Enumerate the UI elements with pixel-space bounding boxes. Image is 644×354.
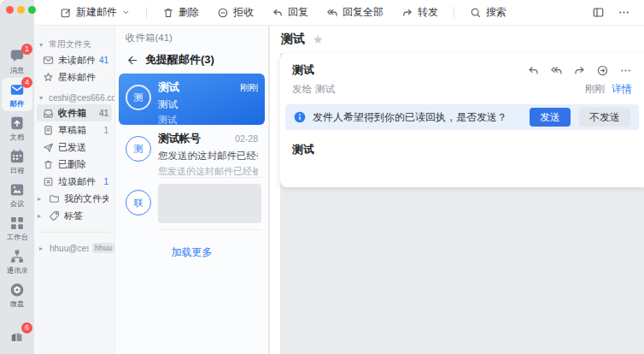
more-actions-icon[interactable] [619, 64, 632, 77]
mail-preview: 您发送的这封邮件已经被打开。 [158, 165, 258, 176]
chevron-down-icon [121, 8, 131, 17]
mail-app-window: 1 消息 4 邮件 文档 日程 [0, 0, 644, 354]
delete-button[interactable]: 删除 [162, 5, 199, 20]
rail-item-mail[interactable]: 4 邮件 [2, 78, 32, 111]
reply-icon[interactable] [527, 64, 540, 77]
rail-item-docs[interactable]: 文档 [2, 111, 32, 145]
list-divider [158, 229, 261, 230]
section-primary-account[interactable]: ▾ ceshi@ces666.com [34, 91, 114, 104]
avatar: 测 [126, 136, 151, 162]
workspace-badge: 6 [21, 322, 32, 333]
rail-item-messages[interactable]: 1 消息 [2, 44, 32, 78]
layout-toggle-icon[interactable] [592, 6, 605, 19]
mail-snippet-placeholder [158, 184, 261, 223]
compose-button[interactable]: 新建邮件 [60, 5, 131, 20]
back-arrow-icon[interactable] [126, 54, 138, 67]
app-rail: 1 消息 4 邮件 文档 日程 [0, 0, 34, 354]
search-button[interactable]: 搜索 [470, 5, 506, 20]
rail-item-meeting[interactable]: 会议 [2, 178, 32, 211]
folder-spam[interactable]: 垃圾邮件 1 [34, 173, 114, 190]
back-row[interactable]: 免提醒邮件(3) [126, 52, 268, 68]
reply-icon [272, 7, 284, 19]
messages-badge: 1 [21, 44, 32, 55]
toolbar-divider [146, 7, 147, 18]
drafts-count: 1 [103, 126, 108, 135]
folder-inbox[interactable]: 收件箱 41 [37, 104, 112, 121]
mail-list-item[interactable]: 测 测试帐号 02-28 您发送的这封邮件已经被打开。 您发送的这封邮件已经被打… [119, 125, 265, 176]
read-receipt-text: 发件人希望得到你的已读回执，是否发送？ [313, 110, 523, 125]
unread-mail-icon [43, 55, 54, 66]
tag-icon [49, 210, 60, 221]
reply-all-icon[interactable] [550, 64, 563, 77]
caret-right-icon: ▸ [38, 195, 44, 203]
more-options-icon[interactable] [618, 6, 630, 19]
resend-icon[interactable] [596, 64, 609, 77]
send-receipt-button[interactable]: 发送 [530, 108, 571, 127]
message-title: 测试 [281, 32, 305, 47]
folder-icon [49, 193, 60, 204]
folder-unread[interactable]: 未读邮件 41 [34, 51, 114, 68]
rail-item-drive[interactable]: 微盘 [2, 278, 32, 311]
folder-deleted[interactable]: 已删除 [34, 156, 114, 173]
folder-my-folders[interactable]: ▸ 我的文件夹 [34, 190, 114, 207]
back-row-label: 免提醒邮件(3) [145, 52, 214, 68]
trash-icon [162, 7, 174, 19]
caret-right-icon: ▸ [39, 245, 46, 252]
drive-icon [9, 281, 26, 298]
mail-list-header: 收件箱(41) [126, 32, 268, 44]
inbox-icon [43, 108, 54, 119]
folder-starred[interactable]: 星标邮件 [34, 68, 114, 86]
document-icon [9, 115, 26, 132]
reply-all-button[interactable]: 回复全部 [326, 5, 383, 20]
forward-button[interactable]: 转发 [401, 5, 438, 20]
window-controls [6, 6, 36, 14]
minimize-window-button[interactable] [17, 6, 25, 14]
folder-divider [39, 232, 109, 233]
compose-icon [60, 7, 72, 19]
minus-circle-icon [217, 7, 229, 19]
mail-badge: 4 [21, 77, 32, 88]
avatar: 测 [126, 85, 151, 110]
section-common-folders[interactable]: ▾ 常用文件夹 [34, 38, 114, 51]
reject-button[interactable]: 拒收 [217, 5, 254, 20]
calendar-icon [9, 148, 26, 165]
mail-list-item[interactable]: 联 [119, 179, 265, 228]
section-secondary-account[interactable]: ▸ hhuu@ces666... hhuu [34, 239, 114, 257]
zoom-window-button[interactable] [28, 6, 36, 14]
detail-link[interactable]: 详情 [612, 82, 632, 97]
close-window-button[interactable] [6, 6, 14, 14]
rail-item-contacts[interactable]: 通讯录 [2, 245, 32, 278]
spam-count: 1 [103, 177, 108, 186]
mail-icon: 4 [9, 81, 26, 98]
forward-icon [401, 7, 413, 19]
mail-title: 测试帐号 [158, 132, 201, 146]
rail-item-workbench[interactable]: 工作台 [2, 211, 32, 245]
mail-time: 02-28 [230, 133, 258, 144]
info-icon [294, 111, 306, 123]
folder-panel: ▾ 常用文件夹 未读邮件 41 星标邮件 ▾ ceshi@ces666.com … [34, 26, 115, 354]
list-divider [158, 177, 261, 178]
chat-icon: 1 [9, 48, 26, 65]
forward-icon[interactable] [573, 64, 586, 77]
folder-sent[interactable]: 已发送 [34, 139, 114, 156]
reply-button[interactable]: 回复 [272, 5, 308, 20]
rail-item-calendar[interactable]: 日程 [2, 145, 32, 178]
workspace-icon: 6 [9, 327, 26, 344]
trash-icon [43, 159, 54, 170]
meeting-icon [9, 181, 26, 198]
grid-icon [9, 215, 26, 232]
to-label: 发给 [292, 83, 312, 96]
folder-drafts[interactable]: 草稿箱 1 [34, 121, 114, 139]
mail-preview: 测试 [158, 114, 258, 125]
caret-down-icon: ▾ [39, 94, 46, 102]
mail-subject: 测试 [158, 98, 258, 111]
mail-list-item[interactable]: 测 测试 刚刚 测试 测试 [119, 74, 265, 125]
toolbar: 新建邮件 删除 拒收 回复 回复全部 转发 搜索 [34, 0, 644, 26]
rail-item-workspace[interactable]: 6 [0, 327, 34, 344]
star-toggle-icon[interactable]: ★ [313, 33, 324, 45]
message-time: 刚刚 [585, 83, 605, 96]
dont-send-receipt-button[interactable]: 不发送 [579, 108, 630, 127]
folder-tags[interactable]: ▸ 标签 [34, 207, 114, 224]
mail-subject: 您发送的这封邮件已经被打开。 [158, 150, 258, 162]
load-more-link[interactable]: 加载更多 [115, 245, 268, 260]
